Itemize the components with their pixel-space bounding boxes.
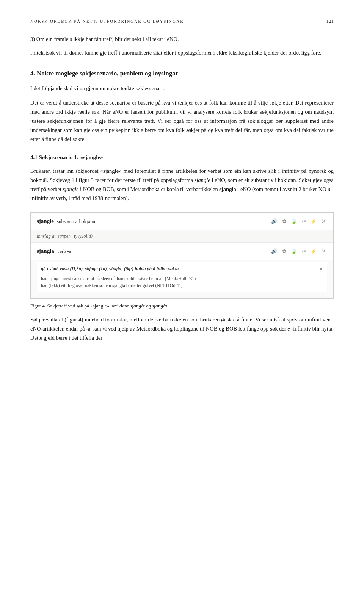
close-icon-2[interactable]: ✕ [320,248,327,255]
sjangle-italic-1: sjangle [195,177,210,183]
figure-caption-sjangle: sjangle [130,303,145,309]
scissors-icon[interactable]: ✂ [300,217,308,225]
page-number: 121 [326,18,334,24]
figure-caption-sjangla: sjangla [152,303,167,309]
audio-icon-2[interactable]: 🔊 [270,248,278,255]
dict-example-area: gå ustøtt, rava (II,3a), skjaga (1a), vi… [31,262,333,298]
dict-icons-sjangle[interactable]: 🔊 ✿ 🍃 ✂ ⚡ ✕ [270,217,327,225]
sjangla-bold: sjangla [219,186,236,192]
dict-subentry-sjangle: innslag av striper i ty (Holla) [31,230,333,243]
close-icon[interactable]: ✕ [320,217,327,225]
page-header: Norsk Ordbok på nett: Utfordringar og lø… [30,18,334,24]
figure-caption: Figur 4. Søkjetreff ved søk på «sjangle»… [30,302,334,310]
subsection-41-heading: 4.1 Søkjescenario 1: «sjangle» [30,153,334,162]
dict-example-line-2: han (fekk) eit drag over nakken so han s… [41,282,323,289]
figure-caption-period: . [168,303,169,309]
brukaren-text-4: i eNO (som nemnt i avsnitt 2 bruker NO [237,186,326,192]
leaf-icon-2[interactable]: 🍃 [290,248,298,255]
leaf-icon[interactable]: 🍃 [290,217,298,225]
item-3-text: Om ein framleis ikkje har fått treff, bl… [36,36,179,42]
dict-entry-sjangla: sjangla verb -a 🔊 ✿ 🍃 ✂ ⚡ ✕ [31,243,333,260]
dict-example-box: gå ustøtt, rava (II,3a), skjaga (1a), vi… [37,262,327,292]
paragraph-soekjeresultat: Søkjeresultatet (figur 4) inneheld to ar… [30,315,334,343]
dict-pos-sjangle: substantiv, hokjønn [57,217,95,225]
section-4-intro: I det følgjande skal vi gå gjennom nokre… [30,84,334,93]
paragraph-brukaren: Brukaren tastar inn søkjeordet «sjangle»… [30,167,334,203]
section-4-heading: 4. Nokre moglege søkjescenario, problem … [30,68,334,79]
dict-example-header: gå ustøtt, rava (II,3a), skjaga (1a), vi… [41,265,323,273]
header-title: Norsk Ordbok på nett: Utfordringar og lø… [30,19,184,24]
figure-caption-text: Figur 4. Søkjetreff ved søk på «sjangle»… [30,303,129,309]
a-italic: a [328,186,330,192]
brukaren-text-3: i NOB og BOB, som i Metaordboka er kopla… [80,186,218,192]
sjangle-italic-2: sjangle [63,186,79,192]
dictionary-screenshot: sjangle substantiv, hokjønn 🔊 ✿ 🍃 ✂ ⚡ ✕ … [30,212,334,299]
dict-headword-sjangla: sjangla [37,246,54,256]
dict-entry-sjangla-main: sjangla verb -a [37,246,71,256]
dict-entry-sjangle-main: sjangle substantiv, hokjønn [37,216,95,226]
scissors-icon-2[interactable]: ✂ [300,248,308,255]
dict-pos-sjangla: verb -a [57,247,71,255]
flower-icon[interactable]: ✿ [280,217,288,225]
item-3-number: 3) [30,36,36,42]
branch-icon-2[interactable]: ⚡ [310,248,317,255]
page: Norsk Ordbok på nett: Utfordringar og lø… [0,0,364,605]
audio-icon[interactable]: 🔊 [270,217,278,225]
body-content: 3) Om ein framleis ikkje har fått treff,… [30,35,334,343]
dict-example-line-1: han sjangla mest sanselaus ut på sleen d… [41,275,323,282]
example-close-button[interactable]: ✕ [319,265,323,273]
paragraph-det-er: Det er verdt å understreke at desse scen… [30,99,334,144]
dict-entry-sjangle: sjangle substantiv, hokjønn 🔊 ✿ 🍃 ✂ ⚡ ✕ [31,213,333,230]
e-italic: e [287,326,290,332]
dict-icons-sjangla[interactable]: 🔊 ✿ 🍃 ✂ ⚡ ✕ [270,248,327,255]
paragraph-friteks: Fritekstsøk vil til dømes kunne gje tref… [30,49,334,58]
branch-icon[interactable]: ⚡ [310,217,317,225]
flower-icon-2[interactable]: ✿ [280,248,288,255]
dict-headword-sjangle: sjangle [37,216,54,226]
numbered-item-3: 3) Om ein framleis ikkje har fått treff,… [30,35,334,44]
dict-example-word: gå ustøtt, rava (II,3a), skjaga (1a), vi… [41,265,179,273]
